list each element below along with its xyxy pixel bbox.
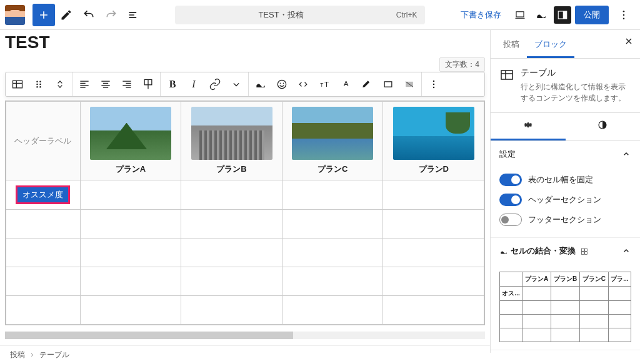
table-cell[interactable]: [6, 296, 81, 325]
chevron-up-icon: [621, 149, 631, 159]
swell-format-button[interactable]: [250, 74, 271, 95]
dots-vertical-icon: [428, 78, 440, 91]
toggle-footer-section[interactable]: フッターセクション: [499, 210, 631, 230]
block-move-button[interactable]: [49, 74, 71, 95]
block-info: テーブル 行と列に構造化して情報を表示するコンテンツを作成します。: [491, 59, 640, 112]
table-cell[interactable]: [6, 210, 81, 239]
save-draft-button[interactable]: 下書き保存: [454, 6, 508, 24]
block-info-title: テーブル: [521, 67, 631, 79]
table-cell[interactable]: [80, 296, 181, 325]
add-block-button[interactable]: [32, 4, 55, 26]
preview-device-button[interactable]: [511, 6, 529, 24]
emoji-icon: [276, 78, 288, 91]
table-cell[interactable]: [80, 210, 181, 239]
table-cell[interactable]: [282, 239, 383, 267]
table-cell[interactable]: [383, 239, 484, 267]
emoji-button[interactable]: [271, 74, 292, 95]
textcolor-button[interactable]: A: [335, 74, 356, 95]
plan-header-a[interactable]: プランA: [80, 102, 181, 180]
tab-style-icon[interactable]: [566, 113, 641, 140]
border-button[interactable]: [378, 74, 399, 95]
svg-text:A: A: [344, 79, 349, 87]
table-cell[interactable]: [181, 210, 282, 239]
more-rich-button[interactable]: [226, 74, 247, 95]
main: TEST 文字数：4 B I: [0, 30, 640, 353]
tab-block[interactable]: ブロック: [527, 32, 574, 58]
align-right-button[interactable]: [116, 74, 138, 95]
swell-icon-button[interactable]: [532, 6, 550, 24]
fontsize-button[interactable]: TT: [314, 74, 335, 95]
table-cell[interactable]: [282, 267, 383, 296]
table-block[interactable]: ヘッダーラベル プランA プランB プランC プランD オススメ度: [5, 101, 485, 325]
breadcrumb-sep: ›: [31, 350, 33, 359]
table-cell[interactable]: [80, 267, 181, 296]
plan-header-c[interactable]: プランC: [282, 102, 383, 180]
table-cell[interactable]: [181, 239, 282, 267]
table-cell[interactable]: [383, 180, 484, 210]
table-cell[interactable]: [383, 296, 484, 325]
table-cell[interactable]: [181, 296, 282, 325]
toggle-header-section[interactable]: ヘッダーセクション: [499, 190, 631, 210]
toggle-fixed-width[interactable]: 表のセル幅を固定: [499, 170, 631, 190]
svg-rect-29: [582, 252, 584, 254]
outline-button[interactable]: [122, 4, 145, 26]
sidebar-toggle-button[interactable]: [554, 6, 571, 24]
table-edit-button[interactable]: [138, 74, 159, 95]
edit-mode-button[interactable]: [55, 4, 78, 26]
toggle-switch[interactable]: [499, 174, 522, 186]
options-button[interactable]: [612, 4, 635, 26]
sidebar-close-button[interactable]: [624, 36, 634, 49]
chevron-down-icon: [230, 78, 242, 91]
avatar[interactable]: [5, 5, 25, 25]
page-title[interactable]: TEST: [5, 30, 485, 57]
breadcrumb-item[interactable]: テーブル: [39, 350, 69, 359]
section-settings-head[interactable]: 設定: [491, 141, 640, 167]
undo-button[interactable]: [78, 4, 100, 26]
redo-button[interactable]: [100, 4, 122, 26]
row-label-cell[interactable]: オススメ度: [6, 180, 81, 210]
highlight-button[interactable]: [356, 74, 378, 95]
table-cell[interactable]: [383, 210, 484, 239]
section-merge-head[interactable]: セルの結合・変換: [491, 238, 640, 264]
table-cell[interactable]: [282, 210, 383, 239]
table-cell[interactable]: [80, 180, 181, 210]
tab-post[interactable]: 投稿: [496, 32, 527, 58]
tab-settings-icon[interactable]: [491, 113, 566, 140]
doc-title-button[interactable]: TEST・投稿 Ctrl+K: [175, 6, 425, 24]
align-center-button[interactable]: [95, 74, 116, 95]
toggle-switch[interactable]: [499, 214, 522, 226]
svg-point-9: [36, 84, 38, 86]
table-row: [6, 210, 484, 239]
block-type-button[interactable]: [7, 74, 28, 95]
table-cell[interactable]: [181, 180, 282, 210]
breadcrumb-item[interactable]: 投稿: [10, 350, 25, 359]
block-info-desc: 行と列に構造化して情報を表示するコンテンツを作成します。: [521, 81, 631, 104]
align-left-button[interactable]: [74, 74, 95, 95]
merge-preview-table[interactable]: プランAプランBプランCプラ... オス...: [499, 272, 631, 342]
plan-header-d[interactable]: プランD: [383, 102, 484, 180]
table-cell[interactable]: [80, 239, 181, 267]
horizontal-scrollbar[interactable]: [5, 332, 485, 339]
publish-button[interactable]: 公開: [575, 6, 609, 24]
table-row: [6, 267, 484, 296]
header-label-cell[interactable]: ヘッダーラベル: [6, 102, 81, 180]
table-cell[interactable]: [6, 267, 81, 296]
plan-header-b[interactable]: プランB: [181, 102, 282, 180]
table-icon: [11, 78, 24, 91]
bold-button[interactable]: B: [162, 74, 183, 95]
table-cell[interactable]: [282, 180, 383, 210]
link-button[interactable]: [204, 74, 226, 95]
chevron-up-icon: [621, 246, 631, 256]
code-button[interactable]: [292, 74, 314, 95]
block-options-button[interactable]: [423, 74, 444, 95]
block-drag-handle[interactable]: [28, 74, 49, 95]
bg-button[interactable]: [399, 74, 420, 95]
table-cell[interactable]: [181, 267, 282, 296]
toggle-switch[interactable]: [499, 194, 522, 206]
table-cell[interactable]: [383, 267, 484, 296]
table-cell[interactable]: [282, 296, 383, 325]
italic-button[interactable]: I: [183, 74, 204, 95]
plan-image-b: [191, 107, 272, 160]
table-cell[interactable]: [6, 239, 81, 267]
svg-point-4: [623, 14, 625, 16]
